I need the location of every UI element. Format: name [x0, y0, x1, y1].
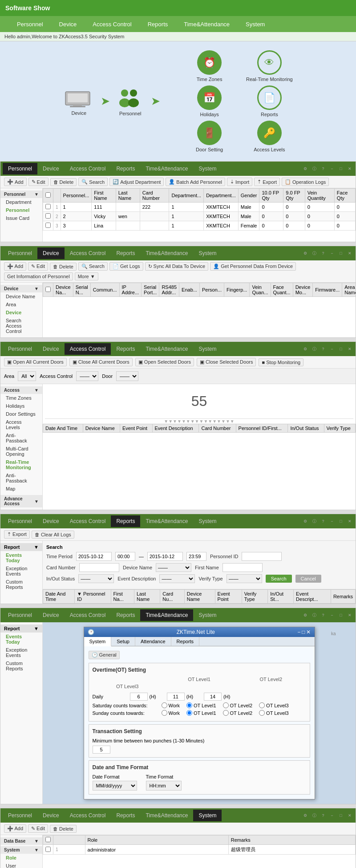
col-event-desc[interactable]: Event Description: [152, 424, 199, 433]
p6-tab-device[interactable]: Device: [37, 810, 65, 821]
delete-button[interactable]: 🗑 Delete: [50, 263, 77, 271]
select-all-checkbox[interactable]: [45, 837, 51, 842]
sun-work-option[interactable]: Work: [162, 710, 180, 716]
col-ip[interactable]: IP Addre...: [119, 283, 142, 297]
p2-tab-reports[interactable]: Reports: [111, 247, 140, 259]
popup-minimize[interactable]: −: [297, 629, 300, 635]
import-button[interactable]: ⇣ Import: [227, 178, 252, 186]
p5-tab-reports[interactable]: Reports: [111, 609, 140, 621]
time-format-select[interactable]: HH:mm: [146, 781, 182, 791]
p1-tab-reports[interactable]: Reports: [111, 163, 140, 174]
close-icon[interactable]: ✕: [346, 165, 353, 172]
sun-l1-option[interactable]: OT Level1: [186, 710, 216, 716]
p6-tab-reports[interactable]: Reports: [111, 810, 140, 821]
date-format-select[interactable]: MM/dd/yyyy: [93, 781, 137, 791]
edit-button[interactable]: ✎ Edit: [28, 178, 49, 186]
card-number-input[interactable]: [79, 563, 119, 572]
sun-l1-radio[interactable]: [186, 710, 192, 716]
col-gender[interactable]: Gender: [238, 189, 259, 203]
operation-logs-button[interactable]: 📋 Operation Logs: [282, 178, 329, 186]
sat-work-option[interactable]: Work: [162, 702, 180, 708]
sidebar-item-events-today2[interactable]: Events Today: [0, 633, 42, 646]
sidebar-item-map[interactable]: Map: [0, 485, 42, 493]
settings-icon[interactable]: ⚙: [302, 250, 309, 257]
general-button[interactable]: 🕑 General: [89, 651, 120, 659]
p3-tab-system[interactable]: System: [193, 343, 222, 355]
col-device-name[interactable]: Device Na...: [53, 283, 73, 297]
col-card-number[interactable]: Card Number: [140, 189, 169, 203]
get-logs-button[interactable]: 📄 Get Logs: [109, 262, 143, 271]
sat-l1-radio[interactable]: [186, 702, 192, 708]
table-row[interactable]: 2 2 Vicky wen 1 XKMTECH Male 0 0 0 0: [43, 212, 356, 221]
col-verify-type[interactable]: Verify Type: [324, 424, 355, 433]
col-event-point[interactable]: Event Point: [215, 590, 242, 604]
close-selected-button[interactable]: ▣ Close Selected Doors: [197, 358, 256, 366]
help-icon[interactable]: ?: [320, 518, 327, 525]
p1-tab-personnel[interactable]: Personnel: [3, 163, 37, 174]
sat-l2-radio[interactable]: [223, 702, 229, 708]
p3-tab-access[interactable]: Access Control: [65, 343, 111, 355]
edit-button[interactable]: ✎ Edit: [28, 824, 48, 833]
sidebar-report-section2[interactable]: Report▼: [0, 625, 42, 633]
popup-tab-setup[interactable]: Setup: [111, 637, 135, 646]
col-verify-type[interactable]: Verify Type: [242, 590, 267, 604]
sync-all-button[interactable]: ↻ Sync All Data To Device: [145, 262, 209, 271]
popup-close[interactable]: ✕: [306, 629, 311, 635]
settings-icon[interactable]: ⚙: [302, 612, 309, 619]
p4-tab-system[interactable]: System: [193, 515, 222, 527]
search-button[interactable]: 🔍 Search: [78, 178, 108, 186]
col-last-name[interactable]: Last Name: [134, 590, 160, 604]
col-inout[interactable]: In/Out St...: [268, 590, 294, 604]
event-desc-select[interactable]: ——: [159, 574, 195, 583]
nav-access-control[interactable]: Access Control: [85, 17, 139, 31]
door-select[interactable]: ——: [116, 371, 138, 381]
p6-tab-ta[interactable]: Time&Attendance: [140, 810, 193, 821]
col-first-name[interactable]: First Na...: [111, 590, 134, 604]
sidebar-item-exception[interactable]: Exception Events: [0, 564, 42, 578]
p6-tab-personnel[interactable]: Personnel: [3, 810, 37, 821]
open-selected-button[interactable]: ▣ Open Selected Doors: [135, 358, 194, 366]
sidebar-device-section[interactable]: Device▼: [0, 285, 42, 292]
sidebar-item-department[interactable]: Department: [0, 198, 42, 206]
p3-tab-personnel[interactable]: Personnel: [3, 343, 37, 355]
col-dept2[interactable]: Department...: [204, 189, 239, 203]
access-control-select[interactable]: ——: [76, 371, 98, 381]
daily-l3-input[interactable]: [204, 693, 222, 701]
sidebar-database-section[interactable]: Data Base▼: [0, 837, 42, 845]
p4-tab-device[interactable]: Device: [37, 515, 65, 527]
info-icon[interactable]: ⓘ: [311, 345, 318, 353]
col-dept1[interactable]: Department...: [169, 189, 204, 203]
col-fingerprint[interactable]: Fingerp...: [224, 283, 249, 297]
col-remarks[interactable]: Remarks: [331, 590, 355, 604]
minimize-icon[interactable]: −: [328, 345, 336, 353]
minimize-icon[interactable]: −: [328, 165, 336, 172]
get-info-button[interactable]: Get Information of Personnel: [4, 272, 73, 280]
p6-tab-system[interactable]: System: [193, 810, 222, 821]
col-person[interactable]: Person...: [199, 283, 224, 297]
sidebar-item-time-zones[interactable]: Time Zones: [0, 394, 42, 402]
sidebar-item-anti-passback[interactable]: Anti-Passback: [0, 431, 42, 445]
col-vein-q[interactable]: Vein Quan...: [250, 283, 271, 297]
nav-reports[interactable]: Reports: [140, 17, 176, 31]
verify-type-select[interactable]: ——: [227, 574, 262, 583]
help-icon[interactable]: ?: [320, 165, 327, 172]
sidebar-item-multi-card[interactable]: Multi-Card Opening: [0, 445, 42, 458]
help-icon[interactable]: ?: [320, 250, 327, 257]
sidebar-advance-section[interactable]: Advance Access▼: [0, 495, 42, 507]
info-icon[interactable]: ⓘ: [311, 612, 318, 619]
to-date-input[interactable]: [147, 552, 183, 561]
sidebar-item-events-today[interactable]: Events Today: [0, 551, 42, 564]
col-area-name[interactable]: Area Name: [342, 283, 356, 297]
p3-tab-device[interactable]: Device: [37, 343, 65, 355]
sidebar-item-personnel[interactable]: Personnel: [0, 206, 42, 214]
from-time-input[interactable]: [115, 552, 135, 561]
popup-tab-reports[interactable]: Reports: [171, 637, 200, 646]
sidebar-system-section[interactable]: System▼: [0, 846, 42, 854]
info-icon[interactable]: ⓘ: [311, 518, 318, 525]
p1-tab-system[interactable]: System: [193, 163, 222, 174]
to-time-input[interactable]: [186, 552, 206, 561]
sidebar-item-area[interactable]: Area: [0, 300, 42, 308]
search-button[interactable]: 🔍 Search: [78, 262, 108, 271]
col-face-q[interactable]: Face Quant...: [271, 283, 293, 297]
sidebar-item-access-levels[interactable]: Access Levels: [0, 418, 42, 431]
